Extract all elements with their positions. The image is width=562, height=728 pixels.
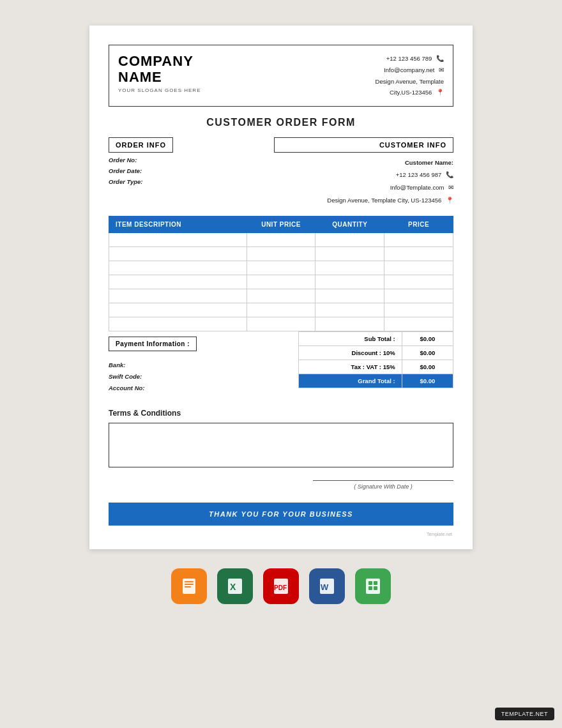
svg-rect-2 <box>185 584 194 585</box>
template-badge: TEMPLATE.NET <box>495 708 554 720</box>
totals-table: Sub Total : $0.00 Discount : 10% $0.00 T… <box>298 331 453 388</box>
customer-fields: Customer Name: +12 123 456 987 📞 Info@Te… <box>274 156 453 207</box>
svg-rect-3 <box>185 586 191 588</box>
location-icon: 📍 <box>436 89 444 96</box>
payment-col: Payment Information : Bank: Swift Code: … <box>109 331 298 396</box>
table-cell <box>109 247 247 261</box>
order-info-header: ORDER INFO <box>109 137 173 153</box>
table-cell <box>109 261 247 275</box>
discount-row: Discount : 10% $0.00 <box>299 346 453 360</box>
table-cell <box>247 275 315 289</box>
table-row <box>109 247 453 261</box>
header-email: Info@company.net ✉ <box>376 64 444 76</box>
table-cell <box>247 317 315 331</box>
table-cell <box>109 233 247 247</box>
customer-email-row: Info@Template.com ✉ <box>274 181 453 194</box>
table-cell <box>315 289 384 303</box>
swift-label: Swift Code: <box>109 373 142 380</box>
company-slogan: YOUR SLOGAN GOES HERE <box>118 87 201 93</box>
table-row <box>109 275 453 289</box>
table-cell <box>247 233 315 247</box>
contact-info: +12 123 456 789 📞 Info@company.net ✉ Des… <box>376 53 444 98</box>
tax-label: Tax : VAT : 15% <box>299 360 402 374</box>
terms-box[interactable] <box>109 423 453 467</box>
table-cell <box>315 247 384 261</box>
table-cell <box>247 247 315 261</box>
col-description: ITEM DESCRIPTION <box>109 216 247 233</box>
info-section: ORDER INFO Order No: Order Date: Order T… <box>109 137 453 207</box>
sub-total-row: Sub Total : $0.00 <box>299 332 453 346</box>
thank-you-banner: THANK YOU FOR YOUR BUSINESS <box>109 503 453 526</box>
template-credit: Template.net <box>109 532 453 536</box>
header-phone: +12 123 456 789 📞 <box>376 53 444 64</box>
table-row <box>109 317 453 331</box>
order-info-col: ORDER INFO Order No: Order Date: Order T… <box>109 137 274 189</box>
table-cell <box>384 317 453 331</box>
table-cell <box>384 233 453 247</box>
account-field: Account No: <box>109 384 292 391</box>
app-icon-pages[interactable] <box>171 568 207 604</box>
app-icon-pdf[interactable]: PDF <box>263 568 299 604</box>
customer-address-row: Design Avenue, Template City, US-123456 … <box>274 194 453 207</box>
sub-total-label: Sub Total : <box>299 332 402 346</box>
col-quantity: QUANTITY <box>315 216 384 233</box>
table-cell <box>315 303 384 317</box>
header-section: COMPANY NAME YOUR SLOGAN GOES HERE +12 1… <box>109 45 453 107</box>
svg-rect-10 <box>366 579 380 594</box>
table-cell <box>384 247 453 261</box>
bank-label: Bank: <box>109 361 125 368</box>
table-row <box>109 303 453 317</box>
svg-rect-11 <box>368 581 372 585</box>
sub-total-value: $0.00 <box>402 332 453 346</box>
customer-info-header: CUSTOMER INFO <box>274 137 453 153</box>
grand-total-label: Grand Total : <box>299 374 402 388</box>
swift-field: Swift Code: <box>109 373 292 380</box>
items-table: ITEM DESCRIPTION UNIT PRICE QUANTITY PRI… <box>109 216 453 331</box>
app-icon-numbers[interactable] <box>355 568 391 604</box>
payment-info-header: Payment Information : <box>109 337 197 351</box>
order-no-field: Order No: <box>109 156 274 163</box>
form-title: CUSTOMER ORDER FORM <box>109 117 453 128</box>
table-cell <box>109 289 247 303</box>
table-cell <box>247 303 315 317</box>
document: COMPANY NAME YOUR SLOGAN GOES HERE +12 1… <box>89 26 473 549</box>
table-cell <box>109 317 247 331</box>
table-cell <box>384 303 453 317</box>
table-row <box>109 261 453 275</box>
svg-rect-13 <box>368 586 372 590</box>
table-cell <box>384 261 453 275</box>
order-no-label: Order No: <box>109 156 137 163</box>
account-label: Account No: <box>109 384 144 391</box>
tax-row: Tax : VAT : 15% $0.00 <box>299 360 453 374</box>
app-icon-excel[interactable]: X <box>217 568 253 604</box>
customer-info-col: CUSTOMER INFO Customer Name: +12 123 456… <box>274 137 453 207</box>
order-type-field: Order Type: <box>109 178 274 185</box>
table-cell <box>384 275 453 289</box>
col-unit-price: UNIT PRICE <box>247 216 315 233</box>
order-date-field: Order Date: <box>109 167 274 174</box>
company-name: COMPANY NAME <box>118 53 201 86</box>
grand-total-value: $0.00 <box>402 374 453 388</box>
table-cell <box>315 233 384 247</box>
app-icons-bar: X PDF W <box>171 568 391 604</box>
svg-text:W: W <box>321 582 329 592</box>
bottom-section: Payment Information : Bank: Swift Code: … <box>109 331 453 396</box>
table-cell <box>315 317 384 331</box>
grand-total-row: Grand Total : $0.00 <box>299 374 453 388</box>
table-row <box>109 289 453 303</box>
signature-text: ( Signature With Date ) <box>313 483 453 490</box>
signature-section: ( Signature With Date ) <box>109 480 453 490</box>
terms-title: Terms & Conditions <box>109 409 453 418</box>
svg-text:X: X <box>230 582 236 592</box>
email-icon: ✉ <box>439 66 444 73</box>
col-price: PRICE <box>384 216 453 233</box>
tax-value: $0.00 <box>402 360 453 374</box>
table-cell <box>247 261 315 275</box>
app-icon-word[interactable]: W <box>309 568 345 604</box>
svg-rect-12 <box>374 581 377 585</box>
customer-phone-row: +12 123 456 987 📞 <box>274 169 453 181</box>
svg-rect-14 <box>374 586 377 590</box>
signature-line <box>313 480 453 481</box>
svg-text:PDF: PDF <box>274 584 287 591</box>
table-cell <box>384 289 453 303</box>
